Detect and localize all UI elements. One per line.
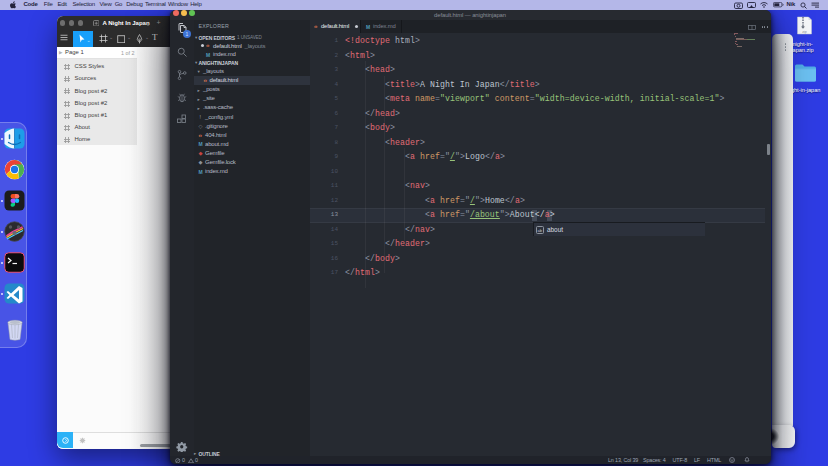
svg-text:zip: zip <box>802 29 807 33</box>
